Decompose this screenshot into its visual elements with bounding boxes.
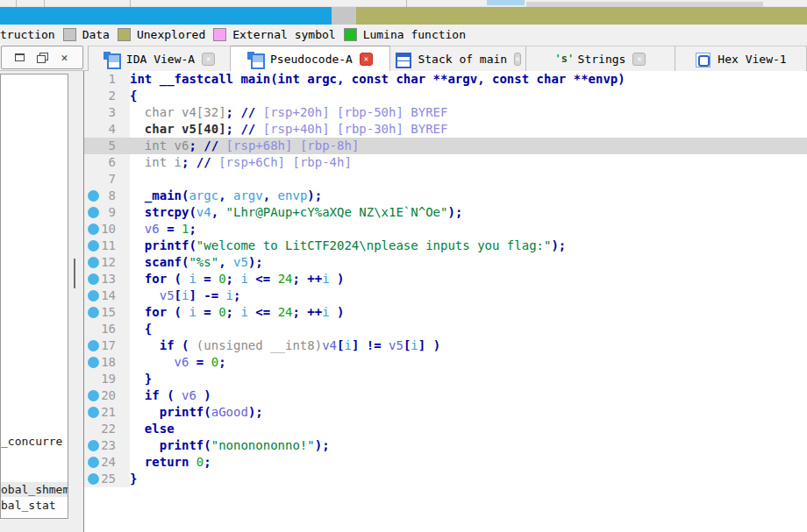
sidebar-scrollbar-thumb[interactable] [74,259,75,288]
code-line[interactable]: 8 _main(argc, argv, envp); [84,188,807,204]
code-line[interactable]: 11 printf("welcome to LitCTF2024\nplease… [84,238,807,254]
code-text[interactable]: v5[i] -= i; [130,287,807,304]
code-line[interactable]: 18 v6 = 0; [84,354,807,371]
breakpoint-dot-icon[interactable] [88,207,99,218]
code-text[interactable]: printf("welcome to LitCTF2024\nplease in… [130,238,807,254]
tab-pseudocode-a[interactable]: Pseudocode-A✕ [231,46,390,71]
code-text[interactable]: printf("nononononno!"); [130,437,807,454]
line-gutter[interactable]: 21 [84,404,130,421]
code-text[interactable]: strcpy(v4, "Lhr@PAup+cY%aXQe NZ\x1E`N^Oe… [130,204,807,221]
line-gutter[interactable]: 8 [84,188,130,204]
line-gutter[interactable]: 3 [84,104,130,121]
code-text[interactable]: } [130,471,807,487]
code-text[interactable]: return 0; [130,454,807,471]
breakpoint-dot-icon[interactable] [88,357,99,368]
line-gutter[interactable]: 19 [84,371,130,387]
code-line[interactable]: 4 char v5[40]; // [rsp+40h] [rbp-30h] BY… [84,121,807,138]
code-text[interactable]: v6 = 0; [130,354,807,371]
breakpoint-dot-icon[interactable] [88,223,99,235]
tab-strings[interactable]: 's'Strings✕ [526,46,675,71]
line-gutter[interactable]: 6 [84,154,130,171]
nav-band-segment-instruction-region[interactable] [0,7,332,25]
code-line[interactable]: 14 v5[i] -= i; [84,287,807,304]
breakpoint-dot-icon[interactable] [88,457,99,468]
code-line[interactable]: 17 if ( (unsigned __int8)v4[i] != v5[i] … [84,337,807,354]
code-line[interactable]: 10 v6 = 1; [84,221,807,238]
close-button[interactable]: ✕ [57,51,71,65]
code-line[interactable]: 9 strcpy(v4, "Lhr@PAup+cY%aXQe NZ\x1E`N^… [84,204,807,221]
code-text[interactable]: v6 = 1; [130,221,807,238]
function-list-item[interactable]: obal_shmem [1,482,68,497]
code-line[interactable]: 13 for ( i = 0; i <= 24; ++i ) [84,271,807,287]
code-text[interactable]: if ( v6 ) [130,387,807,404]
line-gutter[interactable]: 12 [84,254,130,271]
code-line[interactable]: 6 int i; // [rsp+6Ch] [rbp-4h] [84,154,807,171]
tab-close-icon[interactable]: ✕ [360,53,373,66]
line-gutter[interactable]: 22 [84,421,130,437]
code-line[interactable]: 1int __fastcall main(int argc, const cha… [84,71,807,88]
sidebar-scrollbar[interactable] [68,74,83,532]
code-line[interactable]: 3 char v4[32]; // [rsp+20h] [rbp-50h] BY… [84,104,807,121]
breakpoint-dot-icon[interactable] [88,190,99,202]
code-line[interactable]: 21 printf(aGood); [84,404,807,421]
pseudocode-panel[interactable]: 1int __fastcall main(int argc, const cha… [83,71,807,532]
breakpoint-dot-icon[interactable] [88,407,99,418]
code-line[interactable]: 12 scanf("%s", v5); [84,254,807,271]
code-text[interactable]: } [130,371,807,387]
nav-band-segment-unexplored-region[interactable] [356,7,807,25]
navigation-band[interactable] [0,7,807,25]
code-line[interactable]: 19 } [84,371,807,387]
line-gutter[interactable]: 16 [84,321,130,337]
code-line[interactable]: 7 [84,171,807,188]
code-text[interactable]: for ( i = 0; i <= 24; ++i ) [130,271,807,287]
breakpoint-dot-icon[interactable] [88,240,99,252]
line-gutter[interactable]: 18 [84,354,130,371]
line-gutter[interactable]: 10 [84,221,130,238]
tab-close-icon[interactable]: ✕ [514,53,520,66]
code-line[interactable]: 25} [84,471,807,487]
line-gutter[interactable]: 7 [84,171,130,188]
code-line[interactable]: 16 { [84,321,807,337]
code-text[interactable]: { [130,88,807,104]
code-line[interactable]: 5 int v6; // [rsp+68h] [rbp-8h] [84,138,807,154]
breakpoint-dot-icon[interactable] [88,290,99,301]
breakpoint-dot-icon[interactable] [88,307,99,318]
tab-ida-view-a[interactable]: IDA View-A✕ [88,46,231,71]
code-text[interactable]: char v4[32]; // [rsp+20h] [rbp-50h] BYRE… [130,104,807,121]
breakpoint-dot-icon[interactable] [88,273,99,285]
line-gutter[interactable]: 20 [84,387,130,404]
nav-band-segment-data-region[interactable] [332,7,356,25]
tab-stack-of-main[interactable]: Stack of main✕ [390,46,526,71]
line-gutter[interactable]: 2 [84,88,130,104]
code-text[interactable]: int v6; // [rsp+68h] [rbp-8h] [130,138,807,154]
code-line[interactable]: 20 if ( v6 ) [84,387,807,404]
code-line[interactable]: 23 printf("nononononno!"); [84,437,807,454]
breakpoint-dot-icon[interactable] [88,440,99,451]
breakpoint-dot-icon[interactable] [88,390,99,401]
function-list-item[interactable]: bal_stat [1,498,68,513]
code-text[interactable]: printf(aGood); [130,404,807,421]
line-gutter[interactable]: 1 [84,71,130,88]
code-text[interactable]: int i; // [rsp+6Ch] [rbp-4h] [130,154,807,171]
code-line[interactable]: 15 for ( i = 0; i <= 24; ++i ) [84,304,807,321]
line-gutter[interactable]: 5 [84,138,130,154]
line-gutter[interactable]: 11 [84,238,130,254]
functions-sidebar[interactable]: _concurreobal_shmembal_stat [0,74,68,519]
line-gutter[interactable]: 23 [84,437,130,454]
function-list-item[interactable]: _concurre [1,434,68,449]
maximize-button[interactable] [13,51,27,65]
code-text[interactable]: int __fastcall main(int argc, const char… [130,71,807,88]
line-gutter[interactable]: 9 [84,204,130,221]
line-gutter[interactable]: 14 [84,287,130,304]
code-text[interactable]: _main(argc, argv, envp); [130,188,807,204]
restore-button[interactable] [35,51,49,65]
code-text[interactable]: for ( i = 0; i <= 24; ++i ) [130,304,807,321]
line-gutter[interactable]: 25 [84,471,130,487]
tab-close-icon[interactable]: ✕ [202,53,215,66]
code-line[interactable]: 24 return 0; [84,454,807,471]
breakpoint-dot-icon[interactable] [88,473,99,485]
line-gutter[interactable]: 13 [84,271,130,287]
breakpoint-dot-icon[interactable] [88,340,99,351]
code-text[interactable] [130,171,807,188]
line-gutter[interactable]: 15 [84,304,130,321]
